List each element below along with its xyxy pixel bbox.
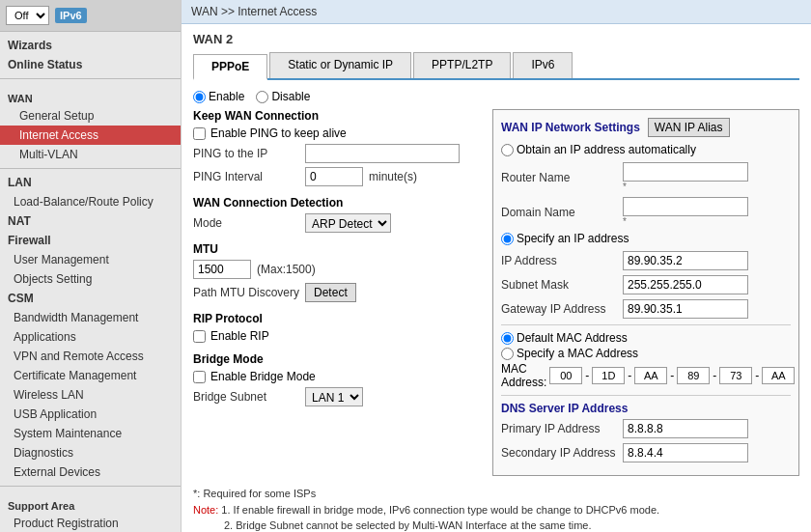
bridge-subnet-label: Bridge Subnet — [193, 390, 299, 404]
sidebar-item-cert-mgmt[interactable]: Certificate Management — [0, 366, 181, 385]
router-name-row: Router Name * — [501, 162, 791, 192]
wan-section-header: WAN — [0, 87, 181, 106]
path-mtu-row: Path MTU Discovery Detect — [193, 283, 483, 302]
ping-interval-input[interactable] — [305, 167, 363, 186]
specify-ip-label[interactable]: Specify an IP address — [501, 232, 629, 245]
domain-name-input[interactable] — [623, 197, 748, 216]
gateway-row: Gateway IP Address — [501, 299, 791, 319]
tab-bar: PPPoE Static or Dynamic IP PPTP/L2TP IPv… — [193, 52, 799, 80]
note-prefix: Note: — [193, 504, 218, 516]
breadcrumb: WAN >> Internet Access — [182, 0, 811, 24]
sidebar-item-bw-mgmt[interactable]: Bandwidth Management — [0, 308, 181, 327]
mac-field-2[interactable] — [634, 367, 667, 384]
sidebar-item-general-setup[interactable]: General Setup — [0, 106, 181, 126]
default-mac-label[interactable]: Default MAC Address — [501, 331, 628, 345]
bridge-checkbox[interactable] — [193, 371, 206, 383]
gateway-label: Gateway IP Address — [501, 302, 617, 316]
subnet-mask-input[interactable] — [623, 275, 748, 294]
tab-static-dynamic[interactable]: Static or Dynamic IP — [269, 52, 411, 78]
ping-alive-checkbox[interactable] — [193, 127, 206, 140]
mac-field-0[interactable] — [549, 367, 582, 384]
sidebar-item-usb-app[interactable]: USB Application — [0, 405, 181, 424]
gateway-input[interactable] — [623, 299, 748, 319]
sidebar-item-diagnostics[interactable]: Diagnostics — [0, 443, 181, 462]
sidebar-item-firewall[interactable]: Firewall — [0, 231, 181, 250]
disable-radio[interactable] — [256, 91, 268, 103]
sidebar-item-objects-setting[interactable]: Objects Setting — [0, 269, 181, 289]
ping-interval-label: PING Interval — [193, 170, 299, 183]
sidebar-item-lb[interactable]: Load-Balance/Route Policy — [0, 192, 181, 211]
mac-address-row: MAC Address: - - - - - — [501, 362, 791, 389]
enable-radio[interactable] — [193, 91, 206, 103]
domain-asterisk: * — [623, 216, 748, 227]
primary-dns-row: Primary IP Address — [501, 419, 791, 438]
sidebar-dropdown[interactable]: Off On — [6, 6, 49, 25]
wan-detect-title: WAN Connection Detection — [193, 196, 483, 210]
router-name-label: Router Name — [501, 171, 617, 184]
tab-ipv6[interactable]: IPv6 — [513, 52, 573, 78]
default-mac-row: Default MAC Address — [501, 331, 791, 345]
ping-ip-input[interactable] — [305, 144, 460, 163]
detect-button[interactable]: Detect — [305, 283, 356, 302]
domain-name-label: Domain Name — [501, 206, 617, 219]
ping-interval-row: PING Interval minute(s) — [193, 167, 483, 186]
specify-ip-radio[interactable] — [501, 233, 514, 245]
note1: 1. If enable firewall in bridge mode, IP… — [221, 504, 659, 516]
secondary-dns-input[interactable] — [623, 443, 748, 462]
specify-mac-radio[interactable] — [501, 348, 514, 360]
sidebar-item-internet-access[interactable]: Internet Access — [0, 126, 181, 145]
mac-field-3[interactable] — [677, 367, 710, 384]
wan-title: WAN 2 — [193, 32, 799, 46]
ping-ip-row: PING to the IP — [193, 144, 483, 163]
specify-mac-label[interactable]: Specify a MAC Address — [501, 347, 638, 360]
rip-section: RIP Protocol Enable RIP — [193, 312, 483, 343]
rip-checkbox[interactable] — [193, 330, 206, 343]
sidebar-item-ext-devices[interactable]: External Devices — [0, 462, 181, 482]
right-column: WAN IP Network Settings WAN IP Alias Obt… — [492, 109, 799, 476]
mtu-input[interactable] — [193, 260, 251, 279]
ping-alive-row: Enable PING to keep alive — [193, 126, 483, 140]
sidebar-item-csm[interactable]: CSM — [0, 289, 181, 308]
disable-radio-label[interactable]: Disable — [256, 90, 310, 103]
mac-field-4[interactable] — [719, 367, 752, 384]
obtain-auto-radio[interactable] — [501, 144, 514, 156]
router-name-input[interactable] — [623, 162, 748, 182]
rip-enable-row: Enable RIP — [193, 329, 483, 343]
tab-pppoe[interactable]: PPPoE — [193, 54, 267, 80]
sidebar-item-wizards[interactable]: Wizards — [0, 36, 181, 55]
subnet-mask-label: Subnet Mask — [501, 278, 617, 292]
default-mac-radio[interactable] — [501, 332, 514, 345]
ping-ip-label: PING to the IP — [193, 147, 299, 160]
sidebar-item-applications[interactable]: Applications — [0, 327, 181, 347]
sidebar-item-vpn[interactable]: VPN and Remote Access — [0, 347, 181, 366]
bridge-subnet-select[interactable]: LAN 1 LAN 2 LAN 3 LAN 4 — [305, 387, 363, 406]
sidebar-item-multi-vlan[interactable]: Multi-VLAN — [0, 145, 181, 164]
sidebar-item-sys-maint[interactable]: System Maintenance — [0, 424, 181, 443]
tab-pptp-l2tp[interactable]: PPTP/L2TP — [413, 52, 511, 78]
ip-address-input[interactable] — [623, 251, 748, 270]
mode-select[interactable]: ARP Detect Ping Detect Always On — [305, 213, 391, 233]
secondary-dns-label: Secondary IP Address — [501, 446, 617, 460]
primary-dns-label: Primary IP Address — [501, 422, 617, 435]
mac-field-5[interactable] — [762, 367, 795, 384]
ip-address-label: IP Address — [501, 254, 617, 267]
sidebar-item-prod-reg[interactable]: Product Registration — [0, 514, 181, 532]
sidebar-item-wireless-lan[interactable]: Wireless LAN — [0, 385, 181, 405]
wan-ip-alias-button[interactable]: WAN IP Alias — [648, 118, 730, 137]
primary-dns-input[interactable] — [623, 419, 748, 438]
notes-block: Note: 1. If enable firewall in bridge mo… — [193, 502, 799, 518]
enable-radio-label[interactable]: Enable — [193, 90, 244, 103]
asterisk-note: *: Required for some ISPs — [193, 486, 799, 502]
sidebar-item-online-status[interactable]: Online Status — [0, 55, 181, 74]
two-col-layout: Keep WAN Connection Enable PING to keep … — [193, 109, 799, 476]
keep-wan-section: Keep WAN Connection Enable PING to keep … — [193, 109, 483, 186]
bridge-title: Bridge Mode — [193, 352, 483, 366]
sidebar-item-nat[interactable]: NAT — [0, 211, 181, 231]
subnet-mask-row: Subnet Mask — [501, 275, 791, 294]
sidebar-item-user-mgmt[interactable]: User Management — [0, 250, 181, 269]
content-area: WAN 2 PPPoE Static or Dynamic IP PPTP/L2… — [182, 24, 811, 532]
wan-ip-title: WAN IP Network Settings — [501, 121, 640, 134]
mac-field-1[interactable] — [592, 367, 625, 384]
obtain-auto-label[interactable]: Obtain an IP address automatically — [501, 143, 696, 156]
sidebar-item-lan[interactable]: LAN — [0, 173, 181, 192]
